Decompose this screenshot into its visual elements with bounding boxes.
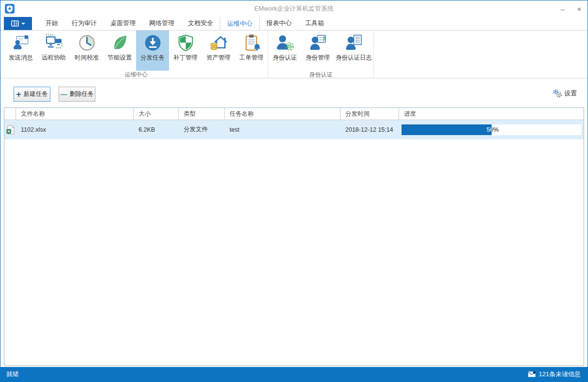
progress-bar-fill: 50% — [402, 124, 492, 135]
asset-management-icon — [210, 31, 228, 54]
column-header-dispatch-time[interactable]: 分发时间 — [340, 108, 399, 120]
task-toolbar: + 新建任务 — 删除任务 设置 — [0, 78, 588, 107]
ribbon-button-label: 远程协助 — [42, 54, 66, 62]
cell-progress: 50% 50% — [399, 124, 584, 135]
send-message-icon — [12, 31, 30, 54]
panel-menu-icon — [11, 20, 19, 27]
minus-icon: — — [61, 92, 67, 97]
app-window: EMwork企业计算机监管系统 – × 开始 行为审计 桌面管理 网络管理 文档… — [0, 0, 588, 382]
ribbon-group-caption-identity: 身份认证 — [268, 71, 373, 78]
energy-saving-button[interactable]: 节能设置 — [103, 31, 136, 71]
cell-file-name: 1102.xlsx — [16, 126, 134, 133]
distribute-task-button[interactable]: 分发任务 — [136, 31, 169, 71]
new-task-label: 新建任务 — [24, 90, 48, 98]
menu-tab-bar: 开始 行为审计 桌面管理 网络管理 文档安全 运维中心 报表中心 工具箱 — [0, 17, 588, 31]
column-header-type[interactable]: 类型 — [179, 108, 225, 120]
ribbon-button-label: 时间校准 — [75, 54, 99, 62]
tab-toolbox[interactable]: 工具箱 — [298, 16, 331, 30]
tab-doc-security[interactable]: 文档安全 — [181, 16, 220, 30]
status-ready-text: 就绪 — [6, 370, 19, 379]
tab-behavior-audit[interactable]: 行为审计 — [65, 16, 104, 30]
column-header-icon[interactable] — [4, 108, 16, 120]
delete-task-label: 删除任务 — [70, 90, 94, 98]
identity-auth-icon — [276, 31, 294, 54]
identity-log-button[interactable]: 身份认证日志 — [334, 31, 373, 71]
window-controls: – × — [555, 2, 588, 15]
gear-icon — [553, 89, 562, 98]
main-content: 文件名称 大小 类型 任务名称 分发时间 进度 — [0, 107, 588, 367]
distribute-task-icon — [144, 31, 162, 54]
ribbon-button-label: 身份管理 — [306, 54, 330, 62]
tab-ops-center[interactable]: 运维中心 — [220, 16, 260, 30]
ribbon-button-label: 资产管理 — [206, 54, 231, 62]
settings-button[interactable]: 设置 — [553, 89, 577, 98]
ribbon-group-identity: 身份认证 身份管理 — [268, 31, 374, 78]
cell-task-name: test — [225, 126, 340, 133]
identity-auth-button[interactable]: 身份认证 — [268, 31, 301, 71]
work-order-button[interactable]: 工单管理 — [235, 31, 268, 71]
settings-label: 设置 — [564, 89, 577, 98]
progress-bar: 50% 50% — [402, 124, 581, 135]
progress-label-white: 50% — [487, 126, 492, 133]
ribbon-button-label: 身份认证日志 — [336, 54, 372, 62]
plus-icon: + — [16, 91, 21, 98]
tab-desktop-mgmt[interactable]: 桌面管理 — [104, 16, 142, 30]
minimize-button[interactable]: – — [555, 2, 571, 15]
column-header-task-name[interactable]: 任务名称 — [225, 108, 340, 120]
patch-management-button[interactable]: 补丁管理 — [169, 31, 202, 71]
asset-management-button[interactable]: 资产管理 — [202, 31, 235, 71]
time-calibration-button[interactable]: 时间校准 — [70, 31, 103, 71]
column-header-size[interactable]: 大小 — [134, 108, 179, 120]
remote-assist-icon — [45, 31, 63, 54]
title-bar: EMwork企业计算机监管系统 – × — [0, 0, 588, 17]
unread-messages-label: 121条未读信息 — [539, 370, 581, 379]
ribbon: 发送消息 — [0, 31, 588, 78]
app-menu-button[interactable] — [4, 17, 32, 30]
delete-task-button[interactable]: — 删除任务 — [59, 87, 95, 102]
excel-file-icon — [6, 125, 15, 135]
send-message-button[interactable]: 发送消息 — [4, 31, 37, 71]
ribbon-button-label: 补丁管理 — [173, 54, 198, 62]
ribbon-button-label: 身份认证 — [273, 54, 297, 62]
ribbon-button-label: 工单管理 — [239, 54, 263, 62]
cell-type: 分发文件 — [179, 125, 225, 134]
identity-log-icon — [345, 31, 363, 54]
work-order-icon — [243, 31, 261, 54]
energy-saving-icon — [111, 31, 129, 54]
ribbon-button-label: 发送消息 — [9, 54, 33, 62]
table-header: 文件名称 大小 类型 任务名称 分发时间 进度 — [4, 108, 584, 120]
ribbon-group-caption-ops: 运维中心 — [4, 71, 268, 78]
unread-messages-button[interactable]: 121条未读信息 — [528, 370, 581, 379]
message-icon — [528, 371, 536, 377]
table-row[interactable]: 1102.xlsx 6.2KB 分发文件 test 2018-12-12 15:… — [4, 120, 584, 139]
close-button[interactable]: × — [571, 2, 588, 15]
tab-strip: 开始 行为审计 桌面管理 网络管理 文档安全 运维中心 报表中心 工具箱 — [39, 16, 331, 30]
identity-mgmt-button[interactable]: 身份管理 — [301, 31, 334, 71]
status-bar: 就绪 121条未读信息 — [0, 367, 588, 382]
cell-size: 6.2KB — [134, 126, 179, 133]
dropdown-caret-icon — [21, 23, 25, 25]
column-header-file-name[interactable]: 文件名称 — [16, 108, 134, 120]
cell-dispatch-time: 2018-12-12 15:14 — [340, 126, 399, 133]
time-calibration-icon — [78, 31, 96, 54]
ribbon-group-ops-center: 发送消息 — [4, 31, 268, 78]
patch-management-icon — [177, 31, 195, 54]
task-table-panel: 文件名称 大小 类型 任务名称 分发时间 进度 — [4, 107, 584, 366]
tab-start[interactable]: 开始 — [39, 16, 65, 30]
new-task-button[interactable]: + 新建任务 — [14, 87, 50, 102]
column-header-progress[interactable]: 进度 — [399, 108, 584, 120]
cell-file-icon — [4, 125, 16, 135]
window-title: EMwork企业计算机监管系统 — [0, 4, 588, 13]
ribbon-button-label: 分发任务 — [140, 54, 165, 62]
identity-mgmt-icon — [309, 31, 327, 54]
ribbon-button-label: 节能设置 — [108, 54, 132, 62]
remote-assist-button[interactable]: 远程协助 — [37, 31, 70, 71]
tab-report-center[interactable]: 报表中心 — [260, 16, 298, 30]
tab-network-mgmt[interactable]: 网络管理 — [142, 16, 181, 30]
